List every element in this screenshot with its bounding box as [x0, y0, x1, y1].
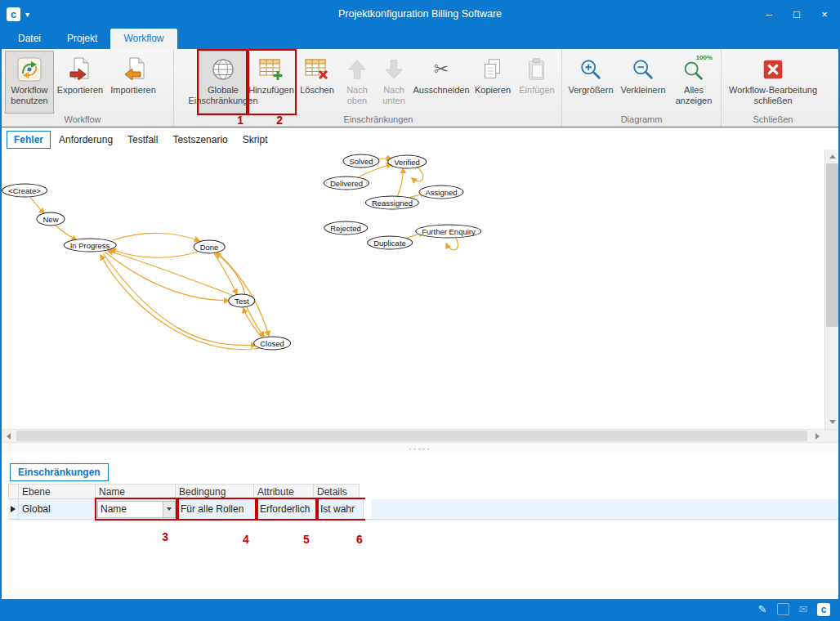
- kopieren-button[interactable]: Kopieren: [470, 51, 516, 114]
- button-label: Alles anzeigen: [672, 85, 715, 105]
- cell-ebene[interactable]: Global: [19, 499, 96, 519]
- statusbar: ✎ ✉ c: [2, 599, 838, 619]
- scroll-left-icon[interactable]: [2, 430, 16, 443]
- header-bedingung[interactable]: Bedingung: [175, 484, 254, 499]
- button-label: Nach unten: [378, 85, 410, 105]
- table-add-icon: [257, 55, 285, 84]
- ribbon-tab-strip: Datei Projekt Workflow: [2, 26, 838, 49]
- button-label: Vergrößern: [568, 85, 613, 96]
- header-ebene[interactable]: Ebene: [18, 484, 96, 499]
- exportieren-button[interactable]: Exportieren: [54, 51, 106, 114]
- titlebar: c ▾ Projektkonfiguration Billing Softwar…: [2, 2, 838, 26]
- panel-tab-einschraenkungen[interactable]: Einschränkungen: [10, 463, 109, 481]
- annotation-number-1: 1: [237, 114, 244, 127]
- vertical-scrollbar[interactable]: [824, 150, 838, 429]
- doc-tab-testszenario[interactable]: Testszenario: [166, 132, 234, 148]
- header-name[interactable]: Name: [95, 484, 176, 499]
- header-details[interactable]: Details: [313, 484, 360, 499]
- zoom-in-icon: [577, 55, 605, 84]
- header-attribute[interactable]: Attribute: [253, 484, 314, 499]
- doc-tab-skript[interactable]: Skript: [236, 132, 275, 148]
- hinzufuegen-button[interactable]: Hinzufügen 2: [248, 51, 295, 114]
- workflow-node-verified[interactable]: Verified: [387, 155, 427, 169]
- workflow-node-assigned[interactable]: Assigned: [418, 185, 463, 199]
- globale-einschraenkungen-button[interactable]: Globale Einschränkungen 1: [199, 51, 248, 114]
- workflow-node-duplicate[interactable]: Duplicate: [367, 236, 413, 250]
- button-label: Exportieren: [57, 85, 103, 96]
- button-label: Nach oben: [342, 85, 373, 105]
- button-label: Importieren: [110, 85, 156, 96]
- scissors-icon: ✂: [427, 55, 455, 84]
- import-icon: [119, 55, 147, 84]
- doc-tab-fehler[interactable]: Fehler: [7, 131, 51, 149]
- doc-tab-anforderung[interactable]: Anforderung: [52, 132, 119, 148]
- zoom-out-icon: [629, 55, 657, 84]
- maximize-button[interactable]: □: [783, 2, 811, 26]
- cell-bedingung[interactable]: Für alle Rollen: [177, 499, 257, 519]
- constraints-panel: Einschränkungen Ebene Name Bedingung Att…: [2, 453, 838, 599]
- globe-icon: [209, 55, 237, 84]
- edit-status-icon[interactable]: ✎: [756, 603, 769, 616]
- importieren-button[interactable]: Importieren: [106, 51, 160, 114]
- grid-status-icon[interactable]: [776, 603, 789, 616]
- workflow-node-rejected[interactable]: Rejected: [324, 221, 368, 235]
- annotation-number-6: 6: [356, 533, 363, 546]
- vertical-scrollbar-thumb[interactable]: [826, 163, 838, 327]
- verkleinern-button[interactable]: Verkleinern: [616, 51, 670, 114]
- alles-anzeigen-button[interactable]: 100% Alles anzeigen: [670, 51, 717, 114]
- ribbon-group-einschraenkungen: Globale Einschränkungen 1 Hinzufügen 2 L…: [173, 49, 561, 127]
- tab-datei[interactable]: Datei: [5, 29, 54, 49]
- copy-icon: [479, 55, 507, 84]
- row-selector[interactable]: [8, 499, 19, 519]
- zoom-percent-label: 100%: [696, 54, 713, 61]
- paste-icon: [523, 55, 551, 84]
- workflow-node-closed[interactable]: Closed: [253, 337, 291, 351]
- ribbon-group-schliessen: Workflow-Bearbeitung schließen Schließen: [721, 49, 824, 127]
- workflow-bearbeitung-schliessen-button[interactable]: Workflow-Bearbeitung schließen: [725, 51, 821, 114]
- table-delete-icon: [303, 55, 331, 84]
- arrow-up-icon: [343, 55, 371, 84]
- button-label: Workflow benutzen: [7, 85, 51, 105]
- workflow-edges: [2, 150, 824, 429]
- doc-tab-testfall[interactable]: Testfall: [121, 132, 164, 148]
- ribbon: Workflow benutzen Exportieren Importiere…: [2, 49, 838, 127]
- workflow-use-icon: [16, 55, 43, 84]
- name-combobox-cell[interactable]: Name 3: [96, 499, 177, 519]
- workflow-node-done[interactable]: Done: [194, 240, 226, 254]
- app-icon[interactable]: c: [7, 7, 20, 21]
- scroll-up-icon[interactable]: [825, 150, 838, 163]
- app-logo-status-icon[interactable]: c: [817, 603, 830, 616]
- cell-attribute[interactable]: Erforderlich: [257, 499, 317, 519]
- quick-access-caret-icon[interactable]: ▾: [25, 10, 29, 19]
- workflow-node-delivered[interactable]: Delivered: [324, 176, 369, 190]
- panel-splitter[interactable]: ·····: [2, 442, 838, 453]
- workflow-node-further-enquiry[interactable]: Further Enquiry: [415, 225, 481, 239]
- workflow-benutzen-button[interactable]: Workflow benutzen: [5, 51, 54, 114]
- loeschen-button[interactable]: Löschen: [295, 51, 339, 114]
- cell-details[interactable]: Ist wahr: [317, 499, 364, 519]
- workflow-node-in-progress[interactable]: In Progress: [64, 239, 117, 252]
- button-label: Verkleinern: [620, 85, 665, 96]
- close-button[interactable]: ×: [811, 2, 838, 26]
- tab-projekt[interactable]: Projekt: [54, 29, 110, 49]
- scroll-down-icon[interactable]: [825, 415, 838, 429]
- horizontal-scrollbar-thumb[interactable]: [16, 431, 807, 441]
- mail-status-icon[interactable]: ✉: [797, 603, 810, 616]
- workflow-node-new[interactable]: New: [36, 212, 65, 226]
- vergroessern-button[interactable]: Vergrößern: [565, 51, 616, 114]
- table-row[interactable]: Global Name 3 Für alle Rollen Erforderli…: [8, 499, 838, 520]
- scroll-right-icon[interactable]: [811, 430, 824, 443]
- arrow-down-icon: [380, 55, 408, 84]
- workflow-node-create[interactable]: <Create>: [2, 184, 47, 198]
- ausschneiden-button[interactable]: ✂ Ausschneiden: [413, 51, 470, 114]
- workflow-canvas[interactable]: <Create> New In Progress Done Test Close…: [2, 150, 838, 429]
- workflow-node-solved[interactable]: Solved: [342, 154, 379, 168]
- combobox-dropdown-button[interactable]: [163, 502, 175, 517]
- horizontal-scrollbar[interactable]: [2, 429, 838, 442]
- name-combobox[interactable]: Name: [97, 501, 176, 518]
- workflow-node-reassigned[interactable]: Reassigned: [365, 196, 419, 210]
- constraints-grid: Ebene Name Bedingung Attribute Details G…: [8, 484, 838, 520]
- tab-workflow[interactable]: Workflow: [110, 29, 176, 49]
- nach-oben-button: Nach oben: [339, 51, 375, 114]
- minimize-button[interactable]: –: [755, 2, 783, 26]
